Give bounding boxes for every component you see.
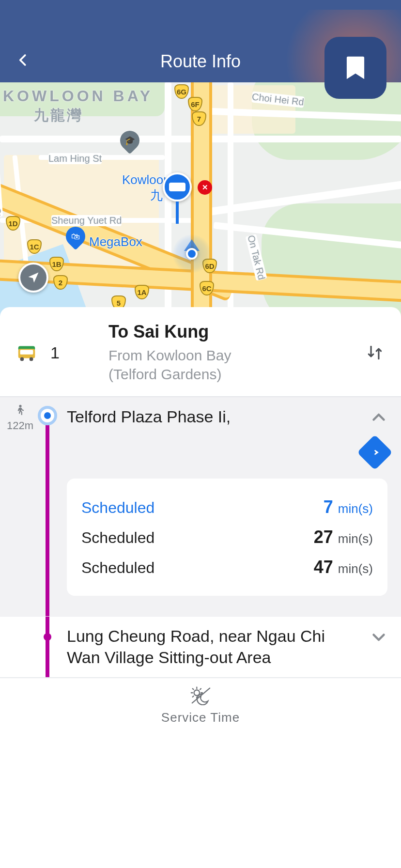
destination-from: From Kowloon Bay (Telford Gardens) <box>108 346 353 384</box>
stop-node <box>44 633 51 641</box>
stop-name: Telford Plaza Phase Ii, <box>67 406 370 427</box>
minibus-icon <box>15 341 38 364</box>
walk-distance-text: 122m <box>7 419 33 432</box>
route-shield: 6G <box>174 84 189 99</box>
stop-gutter <box>0 617 63 677</box>
stop-item[interactable]: 122m Telford Plaza Phase Ii, Scheduled 7… <box>0 397 401 617</box>
service-time-label: Service Time <box>161 710 240 725</box>
stop-body: Telford Plaza Phase Ii, Scheduled 7 min(… <box>63 397 401 616</box>
bus-stop-pin[interactable] <box>163 172 192 224</box>
stop-node-current <box>38 406 57 425</box>
eta-label: Scheduled <box>81 529 154 547</box>
map-area-label-en: KOWLOON BAY <box>3 87 153 105</box>
route-destination: To Sai Kung From Kowloon Bay (Telford Ga… <box>108 322 353 384</box>
day-night-icon <box>189 686 212 705</box>
svg-line-14 <box>200 688 201 689</box>
map-station-label: 九 <box>150 187 163 204</box>
route-summary-card: 1 To Sai Kung From Kowloon Bay (Telford … <box>0 307 401 397</box>
eta-label: Scheduled <box>81 559 154 577</box>
eta-unit: min(s) <box>338 531 373 546</box>
route-shield: 1A <box>135 285 149 299</box>
back-button[interactable] <box>14 50 33 70</box>
eta-value: 27 <box>314 527 333 547</box>
stop-item[interactable]: Lung Cheung Road, near Ngau Chi Wan Vill… <box>0 617 401 677</box>
eta-row: Scheduled 7 min(s) <box>81 492 373 522</box>
current-location-dot <box>172 234 211 273</box>
route-number: 1 <box>50 343 63 362</box>
navigate-button[interactable] <box>362 440 387 465</box>
walk-distance: 122m <box>7 402 33 432</box>
map-poi-pin[interactable]: 🎓 <box>120 131 139 155</box>
to-prefix: To <box>108 322 133 341</box>
map-area-label-zh: 九龍灣 <box>34 106 83 125</box>
stops-list: 122m Telford Plaza Phase Ii, Scheduled 7… <box>0 397 401 678</box>
map-poi-label: MegaBox <box>89 234 142 249</box>
map-view[interactable]: KOWLOON BAY 九龍灣 Lam Hing St Sheung Yuet … <box>0 82 401 317</box>
svg-point-5 <box>19 405 21 407</box>
eta-value: 47 <box>314 557 333 577</box>
eta-card: Scheduled 7 min(s) Scheduled 27 min(s) S… <box>67 479 387 596</box>
app-header: Route Info <box>0 0 401 82</box>
bookmark-button[interactable] <box>324 37 386 99</box>
bottom-toolbar: Service Time <box>0 678 401 751</box>
route-line <box>46 617 49 677</box>
locate-me-button[interactable] <box>18 263 48 293</box>
mtr-station-icon[interactable]: ✕ <box>198 180 212 195</box>
swap-direction-button[interactable] <box>364 342 386 363</box>
eta-unit: min(s) <box>338 501 373 516</box>
eta-row: Scheduled 47 min(s) <box>81 552 373 582</box>
stop-gutter: 122m <box>0 397 63 616</box>
eta-value: 7 <box>324 497 333 517</box>
eta-row: Scheduled 27 min(s) <box>81 522 373 552</box>
map-poi-pin[interactable]: 🛍 <box>66 227 85 251</box>
svg-point-3 <box>20 357 24 361</box>
chevron-up-icon[interactable] <box>370 409 387 426</box>
svg-rect-2 <box>20 350 33 355</box>
map-road-label: Lam Hing St <box>48 153 102 164</box>
eta-unit: min(s) <box>338 561 373 576</box>
from-line: (Telford Gardens) <box>108 366 221 382</box>
chevron-down-icon[interactable] <box>370 628 387 646</box>
eta-label: Scheduled <box>81 499 154 517</box>
map-road-label: Sheung Yuet Rd <box>51 215 122 226</box>
service-time-button[interactable]: Service Time <box>161 686 240 725</box>
route-line <box>46 416 49 616</box>
stop-body: Lung Cheung Road, near Ngau Chi Wan Vill… <box>63 617 401 677</box>
from-line: From Kowloon Bay <box>108 347 231 363</box>
svg-line-11 <box>193 688 194 689</box>
stop-name: Lung Cheung Road, near Ngau Chi Wan Vill… <box>67 625 370 668</box>
svg-line-13 <box>193 696 194 697</box>
svg-point-4 <box>30 357 33 361</box>
destination-to: To Sai Kung <box>108 322 353 342</box>
to-name: Sai Kung <box>133 322 209 341</box>
